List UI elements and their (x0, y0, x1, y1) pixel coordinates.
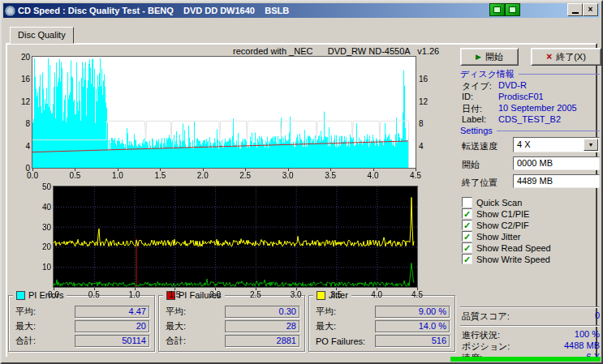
stat-value: 20 (75, 320, 149, 332)
bottom-chart-x-tick-label: 4.5 (407, 290, 428, 299)
top-chart-y-right-tick-label: 8 (419, 119, 435, 128)
checkbox-box[interactable]: ✓ (462, 208, 472, 219)
stat-value: 516 (375, 335, 450, 347)
exit-icon: × (546, 52, 552, 62)
stat-value: 50114 (75, 335, 149, 347)
top-chart-x-tick-label: 1.0 (107, 171, 128, 180)
disc-type-value: DVD-R (498, 80, 527, 92)
stat-row: 最大:28 (166, 320, 299, 332)
bottom-chart-x-tick-label: 2.0 (205, 290, 226, 299)
titlebar-green-icon-2[interactable] (505, 3, 520, 16)
stat-label: 最大: (316, 320, 336, 332)
end-position-input[interactable]: 4489 MB (513, 174, 600, 188)
progress-value: 100 % (575, 329, 600, 341)
top-chart-x-tick-label: 0.0 (22, 171, 43, 180)
checkbox-show-read-speed[interactable]: ✓ Show Read Speed (462, 242, 600, 253)
checkbox-show-c2-pif[interactable]: ✓ Show C2/PIF (462, 220, 600, 230)
check-icon: ✓ (463, 255, 471, 263)
pi-errors-stats-box: PI Errors 平均:4.47 最大:20 合計:50114 (8, 295, 155, 352)
jitter-stats-box: Jitter 平均:9.00 % 最大:14.0 % PO Failures:5… (308, 295, 455, 352)
top-chart-y-right-tick-label: 16 (419, 75, 435, 84)
checkbox-box[interactable]: ✓ (462, 231, 472, 242)
pi-failures-stats-box: PI Failures 平均:0.30 最大:28 合計:2881 (158, 295, 305, 352)
settings-header: Settings (460, 126, 600, 135)
checkbox-label: Show Write Speed (476, 255, 550, 264)
stat-value: 0.30 (225, 306, 299, 318)
top-chart-x-tick-label: 4.0 (363, 171, 384, 180)
checkbox-box[interactable]: ✓ (462, 220, 472, 230)
bottom-chart-x-tick-label: 1.5 (164, 290, 185, 299)
quality-score-label: 品質スコア: (462, 310, 510, 323)
top-chart-x-tick-label: 0.5 (64, 171, 85, 180)
top-chart-y-left-tick-label: 8 (7, 119, 30, 128)
checkbox-quick-scan[interactable]: ✓ Quick Scan (462, 197, 600, 208)
top-chart-x-tick-label: 1.5 (149, 171, 170, 180)
start-position-label: 開始 (462, 159, 480, 171)
stat-label: 合計: (15, 335, 36, 347)
start-button-label: 開始 (485, 51, 503, 63)
pi-errors-swatch-icon (16, 291, 25, 300)
minimize-button[interactable] (567, 3, 583, 16)
axis-tick (160, 169, 161, 171)
checkbox-show-write-speed[interactable]: ✓ Show Write Speed (462, 254, 600, 264)
bottom-chart-x-tick-label: 1.0 (124, 290, 145, 299)
stat-row: 合計:2881 (166, 335, 299, 347)
tab-disc-quality[interactable]: Disc Quality (10, 27, 74, 44)
bottom-chart-x-tick-label: 4.0 (366, 290, 387, 299)
axis-tick (245, 169, 246, 171)
bottom-chart-y-tick-label: 30 (28, 223, 51, 232)
top-chart-x-tick-label: 2.5 (235, 171, 256, 180)
exit-button[interactable]: × 終了(X) (531, 48, 601, 66)
disc-id-label: ID: (462, 92, 498, 101)
axis-tick (416, 169, 416, 171)
disc-label-label: Label: (462, 114, 498, 124)
top-chart-y-left-tick-label: 16 (7, 75, 30, 84)
play-icon: ▶ (476, 54, 481, 61)
bottom-chart-x-tick-label: 3.0 (286, 290, 307, 299)
stat-row: 合計:50114 (15, 335, 149, 347)
window-title: CD Speed : Disc Quality Test - BENQ DVD … (18, 6, 289, 15)
checkbox-show-jitter[interactable]: ✓ Show Jitter (462, 231, 600, 242)
position-value: 4488 MB (564, 340, 600, 353)
checkbox-label: Show Read Speed (476, 243, 551, 253)
titlebar-green-icon-1[interactable] (489, 3, 505, 16)
divider (460, 325, 600, 327)
checkbox-show-c1-pie[interactable]: ✓ Show C1/PIE (462, 208, 600, 219)
close-button[interactable]: × (583, 3, 598, 16)
stat-label: 合計: (166, 335, 186, 347)
axis-tick (32, 169, 33, 171)
stat-value: 4.47 (75, 306, 149, 318)
stat-row: PO Failures:516 (316, 335, 450, 347)
checkbox-box[interactable]: ✓ (462, 242, 472, 253)
top-chart-y-left-tick-label: 20 (7, 53, 30, 62)
transfer-speed-label: 転送速度 (462, 140, 497, 152)
progress-indicator (450, 357, 601, 362)
stat-row: 最大:20 (15, 320, 149, 332)
axis-tick (417, 288, 418, 290)
quality-score-value: 0 (595, 310, 600, 323)
disc-date-value: 10 September 2005 (498, 103, 577, 115)
jitter-swatch-icon (317, 291, 325, 300)
start-position-input[interactable]: 0000 MB (513, 156, 600, 170)
position-label: ポジション: (462, 340, 510, 353)
top-chart-x-tick-label: 3.5 (320, 171, 341, 180)
disc-type-row: タイプ: DVD-R (462, 80, 600, 92)
disc-date-label: 日付: (462, 103, 498, 115)
top-chart-y-left-tick-label: 12 (7, 97, 30, 106)
start-button[interactable]: ▶ 開始 (460, 48, 519, 66)
disc-label-row: Label: CDS_TEST_B2 (462, 114, 600, 124)
transfer-speed-value: 4 X (517, 139, 531, 149)
top-chart-y-right-tick-label: 12 (419, 97, 435, 106)
bottom-chart-x-tick-label: 3.5 (325, 290, 347, 299)
axis-tick (54, 288, 54, 290)
axis-tick (330, 169, 331, 171)
checkbox-box[interactable]: ✓ (462, 254, 472, 264)
axis-tick (296, 288, 297, 290)
axis-tick (256, 288, 256, 290)
checkbox-box[interactable]: ✓ (462, 197, 472, 208)
dropdown-button[interactable]: ▼ (584, 139, 598, 151)
stat-value: 28 (225, 320, 299, 332)
transfer-speed-select[interactable]: 4 X ▼ (513, 137, 600, 152)
stat-row: 最大:14.0 % (316, 320, 450, 332)
progress-row: 進行状況: 100 % (462, 329, 600, 341)
